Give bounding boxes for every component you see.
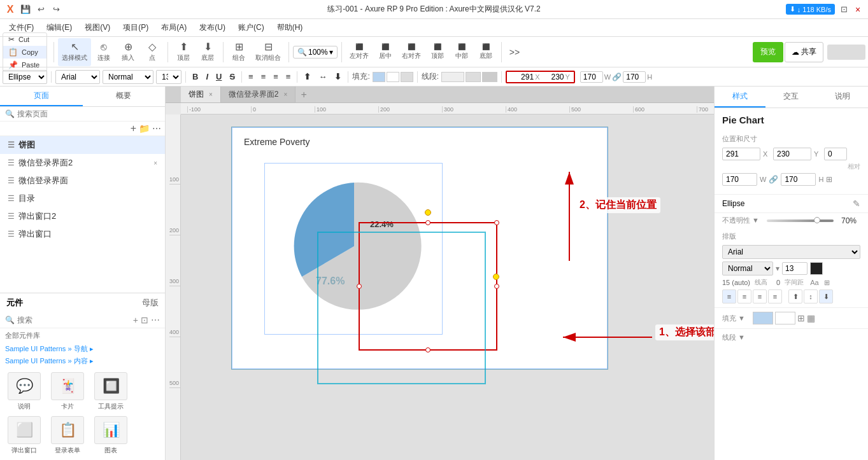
- height-prop-input[interactable]: [781, 173, 816, 186]
- valign-middle-text-button[interactable]: ↕: [804, 289, 818, 303]
- menu-layout[interactable]: 布局(A): [155, 20, 193, 36]
- redo-icon[interactable]: ↪: [51, 4, 61, 15]
- second-selection-box[interactable]: [317, 232, 486, 384]
- page-item-directory[interactable]: ☰ 目录: [0, 190, 165, 207]
- sidebar-tab-outline[interactable]: 概要: [83, 87, 166, 106]
- panel-tab-style[interactable]: 样式: [715, 87, 765, 108]
- close-tab-icon[interactable]: ×: [153, 160, 157, 167]
- connect-button[interactable]: ⎋ 连接: [92, 38, 115, 66]
- fill-more-icon[interactable]: ⊞: [797, 313, 805, 323]
- panel-font-size-input[interactable]: [782, 262, 808, 275]
- bottom-layer-button[interactable]: ⬇ 底层: [196, 38, 219, 66]
- valign-bottom-text-button[interactable]: ⬇: [819, 289, 833, 303]
- line-end-swatch[interactable]: [466, 72, 481, 82]
- masters-title[interactable]: 母版: [142, 297, 159, 309]
- underline-button[interactable]: U: [213, 71, 224, 83]
- add-page-button[interactable]: +: [131, 123, 136, 134]
- canvas-content[interactable]: Extreme Poverty 22.4% 77.6%: [181, 115, 714, 460]
- width-input[interactable]: [580, 71, 603, 83]
- components-search-input[interactable]: [17, 316, 131, 324]
- coord-y-input[interactable]: [541, 73, 564, 81]
- handle-right[interactable]: [494, 284, 499, 289]
- point-button[interactable]: ◇ 点: [141, 38, 164, 66]
- sidebar-tab-pages[interactable]: 页面: [0, 87, 83, 106]
- page-item-popup2[interactable]: ☰ 弹出窗口2: [0, 207, 165, 225]
- font-style-select[interactable]: Normal: [103, 70, 153, 84]
- bold-button[interactable]: B: [190, 71, 201, 83]
- fill-third-swatch[interactable]: [401, 72, 413, 82]
- comp-item-description[interactable]: 💬 说明: [5, 372, 43, 411]
- text-align-right-button[interactable]: ≡: [271, 71, 281, 83]
- sample-link-1[interactable]: Sample UI Patterns » 导航 ▸: [0, 343, 165, 355]
- paste-button[interactable]: 📌 Paste: [3, 59, 46, 71]
- italic-button[interactable]: I: [203, 71, 211, 83]
- menu-project[interactable]: 项目(P): [117, 20, 155, 36]
- canvas-tab-piechart-close[interactable]: ×: [209, 91, 213, 98]
- page-item-wechat[interactable]: ☰ 微信登录界面: [0, 172, 165, 190]
- align-center-text-button[interactable]: ≡: [737, 289, 751, 303]
- align-middle-button[interactable]: ⬛中部: [450, 38, 473, 66]
- align-top-button[interactable]: ⬛顶部: [426, 38, 449, 66]
- comp-item-popup[interactable]: ⬜ 弹出窗口: [5, 416, 43, 455]
- select-mode-button[interactable]: ↖ 选择模式: [58, 38, 91, 66]
- page-menu-button[interactable]: ⋯: [152, 123, 161, 134]
- valign-top-button[interactable]: ⬆: [301, 71, 313, 83]
- close-icon[interactable]: ×: [853, 4, 863, 15]
- canvas-tab-piechart[interactable]: 饼图 ×: [181, 87, 221, 102]
- restore-icon[interactable]: ⊡: [839, 4, 849, 15]
- canvas-tab-wechat2[interactable]: 微信登录界面2 ×: [221, 87, 296, 102]
- sample-link-2[interactable]: Sample UI Patterns » 内容 ▸: [0, 355, 165, 367]
- handle-top[interactable]: [425, 220, 430, 225]
- group-button[interactable]: ⊞ 组合: [227, 38, 250, 66]
- insert-button[interactable]: ⊕ 插入: [117, 38, 139, 66]
- text-align-left-button[interactable]: ≡: [246, 71, 256, 83]
- page-item-piechart[interactable]: ☰ 饼图: [0, 136, 165, 154]
- fill-texture-icon[interactable]: ▦: [807, 313, 815, 323]
- valign-bottom-button[interactable]: ⬇: [332, 71, 344, 83]
- preview-button[interactable]: 预览: [753, 42, 783, 62]
- opacity-slider[interactable]: [767, 220, 834, 222]
- undo-icon[interactable]: ↩: [36, 4, 46, 15]
- panel-tab-notes[interactable]: 说明: [817, 87, 868, 108]
- font-select[interactable]: Arial: [55, 70, 100, 84]
- comp-item-chart[interactable]: 📊 图表: [92, 416, 130, 455]
- valign-middle-button[interactable]: ↔: [316, 71, 329, 83]
- align-center-button[interactable]: ⬛居中: [374, 38, 397, 66]
- library-title[interactable]: 全部元件库: [0, 328, 165, 343]
- y-input[interactable]: [773, 148, 811, 160]
- valign-top-text-button[interactable]: ⬆: [788, 289, 802, 303]
- save-icon[interactable]: 💾: [20, 4, 31, 15]
- handle-adjust[interactable]: [493, 274, 499, 280]
- page-item-popup[interactable]: ☰ 弹出窗口: [0, 225, 165, 243]
- width-prop-input[interactable]: [722, 173, 757, 186]
- ungroup-button[interactable]: ⊟ 取消组合: [252, 38, 285, 66]
- panel-tab-interact[interactable]: 交互: [765, 87, 816, 108]
- page-search-input[interactable]: [17, 109, 160, 118]
- lock-ratio-icon[interactable]: 🔗: [612, 73, 622, 81]
- canvas-tab-wechat2-close[interactable]: ×: [284, 91, 288, 98]
- text-align-center-button[interactable]: ≡: [259, 71, 269, 83]
- component-menu-button[interactable]: ⋯: [151, 315, 160, 325]
- fill-color-swatch[interactable]: [373, 72, 385, 82]
- menu-publish[interactable]: 发布(U): [193, 20, 232, 36]
- x-input[interactable]: [722, 148, 760, 160]
- line-end2-swatch[interactable]: [482, 72, 497, 82]
- menu-help[interactable]: 帮助(H): [271, 20, 309, 36]
- add-folder-button[interactable]: 📁: [139, 123, 150, 134]
- r-input[interactable]: [824, 148, 847, 160]
- text-align-justify-button[interactable]: ≡: [283, 71, 294, 83]
- align-bottom-button[interactable]: ⬛底部: [474, 38, 497, 66]
- comp-item-card[interactable]: 🃏 卡片: [48, 372, 87, 411]
- rotation-handle[interactable]: [425, 209, 431, 216]
- layer-button[interactable]: ⬆ 顶层: [172, 38, 195, 66]
- fill-color-1[interactable]: [753, 312, 773, 324]
- panel-font-select[interactable]: Arial: [722, 245, 860, 259]
- cut-button[interactable]: ✂ Cut: [3, 33, 46, 46]
- align-left-button[interactable]: ⬛左对齐: [346, 38, 373, 66]
- handle-top-right[interactable]: [494, 220, 499, 225]
- lock-ratio-prop-icon[interactable]: 🔗: [769, 175, 778, 184]
- panel-style-select[interactable]: Normal: [722, 261, 773, 275]
- comp-item-login-form[interactable]: 📋 登录表单: [48, 416, 87, 455]
- copy-button[interactable]: 📋 Copy: [3, 46, 46, 59]
- element-name-select[interactable]: Ellipse: [3, 70, 47, 84]
